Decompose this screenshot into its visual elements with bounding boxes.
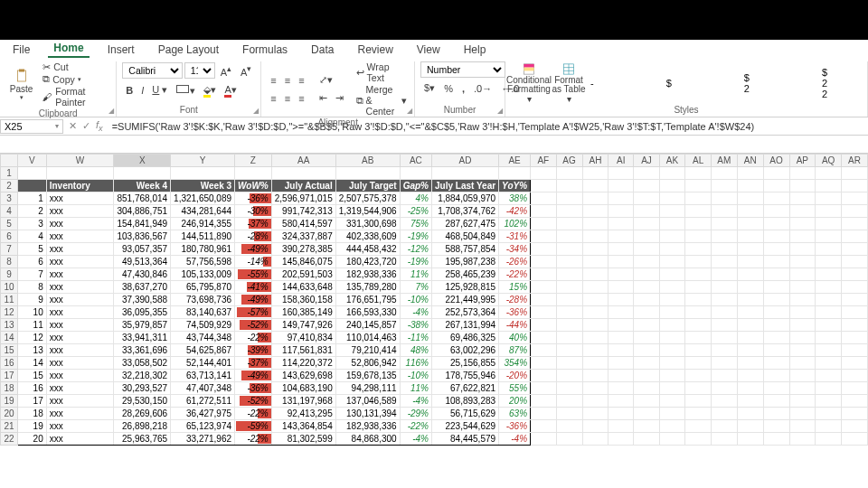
cancel-icon[interactable]: ✕	[69, 120, 77, 132]
row-header[interactable]: 9	[1, 268, 18, 281]
col-header[interactable]: AD	[432, 155, 499, 167]
table-cell[interactable]: 246,914,355	[171, 218, 235, 230]
table-cell[interactable]: -44%	[499, 319, 531, 332]
dialog-launcher-icon[interactable]: ◢	[407, 107, 412, 115]
comma-format-button[interactable]: ,	[458, 80, 468, 96]
table-cell[interactable]: 8	[17, 281, 46, 294]
table-cell[interactable]: 13	[17, 344, 46, 357]
col-header[interactable]: W	[46, 155, 114, 167]
orientation-button[interactable]: ⤢▾	[316, 72, 336, 88]
table-cell[interactable]: -42%	[499, 205, 531, 218]
col-header[interactable]: AA	[271, 155, 335, 167]
table-cell[interactable]: 63,002,296	[432, 344, 499, 357]
col-header[interactable]: AB	[335, 155, 400, 167]
table-cell[interactable]: 11	[17, 319, 46, 332]
table-cell[interactable]: -34%	[499, 243, 531, 256]
table-cell[interactable]: 135,789,280	[335, 281, 400, 294]
table-cell[interactable]: 15	[17, 370, 46, 382]
table-cell[interactable]: 83,140,637	[171, 306, 235, 319]
table-cell[interactable]: 103,836,567	[114, 230, 171, 243]
col-header[interactable]: Z	[235, 155, 272, 167]
table-cell[interactable]: xxx	[46, 294, 114, 306]
table-cell[interactable]: 158,360,158	[271, 294, 335, 306]
table-cell[interactable]: 1,884,059,970	[432, 192, 499, 205]
table-cell[interactable]: 145,846,075	[271, 256, 335, 268]
table-cell[interactable]: 6	[17, 256, 46, 268]
col-header[interactable]: AM	[711, 155, 737, 167]
fill-color-button[interactable]: ⬙▾	[200, 82, 220, 98]
table-cell[interactable]: -41%	[235, 281, 272, 294]
table-cell[interactable]: 47,430,846	[114, 268, 171, 281]
row-header[interactable]: 13	[1, 319, 18, 332]
table-cell[interactable]: 287,627,475	[432, 218, 499, 230]
table-cell[interactable]: 52,806,942	[335, 357, 400, 370]
font-name-select[interactable]: Calibri	[122, 62, 182, 79]
table-cell[interactable]: 17	[17, 395, 46, 408]
table-cell[interactable]: 57,756,598	[171, 256, 235, 268]
table-cell[interactable]: 130,131,394	[335, 408, 400, 420]
table-cell[interactable]: 143,629,698	[271, 370, 335, 382]
align-bottom-button[interactable]: ≡	[295, 72, 307, 88]
table-cell[interactable]: 182,938,336	[335, 268, 400, 281]
increase-decimal-button[interactable]: .0→	[470, 80, 495, 96]
table-cell[interactable]: xxx	[46, 281, 114, 294]
col-header[interactable]: AG	[556, 155, 582, 167]
table-cell[interactable]: 223,544,629	[432, 420, 499, 433]
col-header[interactable]: AL	[685, 155, 711, 167]
table-cell[interactable]: 35,979,857	[114, 319, 171, 332]
table-cell[interactable]: -31%	[499, 230, 531, 243]
row-header[interactable]: 7	[1, 243, 18, 256]
table-cell[interactable]: 79,210,414	[335, 344, 400, 357]
paste-button[interactable]: Paste ▾	[5, 64, 37, 106]
table-cell[interactable]: 67,622,821	[432, 382, 499, 395]
row-header[interactable]: 19	[1, 395, 18, 408]
row-header[interactable]: 4	[1, 205, 18, 218]
table-cell[interactable]: 33,058,502	[114, 357, 171, 370]
table-cell[interactable]: 104,683,190	[271, 382, 335, 395]
row-header[interactable]: 6	[1, 230, 18, 243]
col-header[interactable]: AR	[842, 155, 868, 167]
col-header[interactable]: AK	[659, 155, 685, 167]
table-cell[interactable]: -22%	[499, 268, 531, 281]
table-cell[interactable]: 19	[17, 420, 46, 433]
table-cell[interactable]: 102%	[499, 218, 531, 230]
table-cell[interactable]: 304,886,751	[114, 205, 171, 218]
table-cell[interactable]: xxx	[46, 243, 114, 256]
table-cell[interactable]: xxx	[46, 256, 114, 268]
table-cell[interactable]: xxx	[46, 306, 114, 319]
row-header[interactable]: 16	[1, 357, 18, 370]
table-cell[interactable]: 25,156,855	[432, 357, 499, 370]
table-cell[interactable]: 180,780,961	[171, 243, 235, 256]
table-cell[interactable]: 11%	[400, 268, 431, 281]
table-cell[interactable]: 30,293,527	[114, 382, 171, 395]
table-cell[interactable]: 97,410,834	[271, 332, 335, 344]
table-cell[interactable]: 20%	[499, 395, 531, 408]
table-cell[interactable]: 149,747,926	[271, 319, 335, 332]
row-header[interactable]: 12	[1, 306, 18, 319]
table-cell[interactable]: 324,337,887	[271, 230, 335, 243]
table-cell[interactable]: 444,458,432	[335, 243, 400, 256]
table-cell[interactable]: 402,338,609	[335, 230, 400, 243]
table-cell[interactable]: 25,963,765	[114, 433, 171, 446]
align-right-button[interactable]: ≡	[295, 90, 307, 106]
tab-view[interactable]: View	[411, 42, 446, 58]
table-cell[interactable]: 434,281,644	[171, 205, 235, 218]
table-cell[interactable]: xxx	[46, 218, 114, 230]
table-cell[interactable]: 29,530,150	[114, 395, 171, 408]
table-cell[interactable]: -22%	[235, 433, 272, 446]
row-header[interactable]: 22	[1, 433, 18, 446]
cell-styles-gallery[interactable]: - $ $ 2 $ 2 2 $ 3	[590, 67, 862, 99]
table-cell[interactable]: -37%	[235, 357, 272, 370]
table-cell[interactable]: 74,509,929	[171, 319, 235, 332]
dialog-launcher-icon[interactable]: ◢	[108, 107, 114, 115]
table-cell[interactable]: 3	[17, 218, 46, 230]
bold-button[interactable]: B	[122, 83, 137, 98]
table-cell[interactable]: 160,385,149	[271, 306, 335, 319]
format-painter-button[interactable]: 🖌 Format Painter	[41, 86, 110, 108]
col-header[interactable]: V	[17, 155, 46, 167]
table-cell[interactable]: 131,197,968	[271, 395, 335, 408]
tab-file[interactable]: File	[7, 42, 35, 58]
table-cell[interactable]: 4%	[400, 192, 431, 205]
col-header[interactable]: Y	[171, 155, 235, 167]
table-cell[interactable]: 65,123,974	[171, 420, 235, 433]
